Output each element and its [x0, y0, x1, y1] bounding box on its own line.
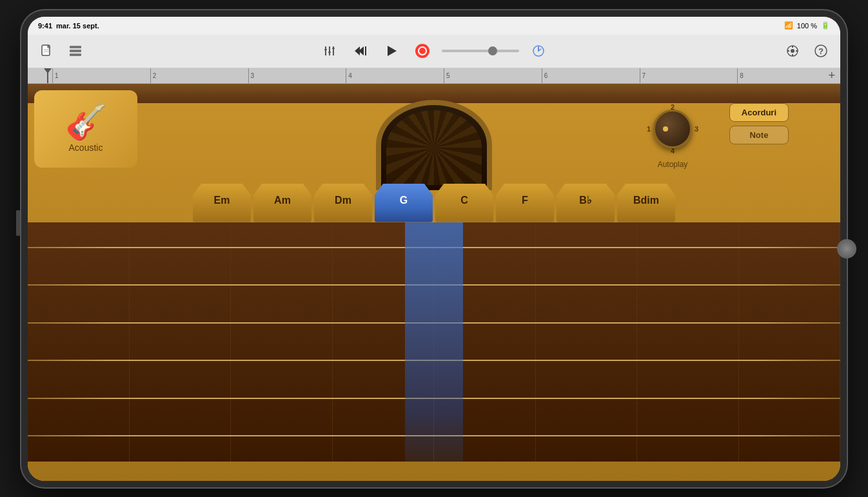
- record-icon: [415, 44, 429, 58]
- chord-g[interactable]: G: [375, 184, 433, 222]
- chord-c-label: C: [460, 195, 468, 211]
- ruler-mark-3: 3: [248, 68, 346, 83]
- transport-thumb[interactable]: [488, 46, 497, 55]
- knob-num-1: 1: [647, 125, 651, 133]
- rewind-button[interactable]: [349, 39, 372, 63]
- chord-highlight: [405, 222, 463, 462]
- fret-col-1: [28, 222, 130, 462]
- song-settings-button[interactable]: [781, 39, 804, 63]
- chords-row: Em Am Dm G C: [28, 184, 840, 222]
- timeline-content: 1 2 3 4 5 6 7 8: [33, 68, 835, 83]
- ruler-mark-2: 2: [150, 68, 248, 83]
- chord-am[interactable]: Am: [253, 184, 311, 222]
- mixer-button[interactable]: [318, 39, 341, 63]
- add-track-button[interactable]: +: [828, 69, 835, 83]
- fret-col-2: [130, 222, 232, 462]
- toolbar-right: ?: [781, 39, 833, 63]
- soundhole: [376, 100, 492, 190]
- svg-rect-14: [365, 46, 366, 55]
- svg-rect-10: [328, 52, 331, 53]
- fret-col-3: [231, 222, 333, 462]
- playhead: [47, 68, 48, 83]
- status-bar: 9:41 mar. 15 sept. 📶 100 % 🔋: [28, 17, 840, 35]
- toolbar: ?: [28, 35, 840, 68]
- tracks-view-button[interactable]: [64, 39, 87, 63]
- notes-mode-button[interactable]: Note: [729, 126, 789, 144]
- svg-text:?: ?: [818, 46, 824, 56]
- autoplay-label: Autoplay: [658, 160, 688, 169]
- chord-am-label: Am: [274, 195, 291, 211]
- timeline-ruler: 1 2 3 4 5 6 7 8 +: [28, 68, 840, 84]
- ipad-frame: 9:41 mar. 15 sept. 📶 100 % 🔋: [21, 10, 847, 487]
- chord-g-label: G: [400, 195, 408, 211]
- instrument-panel[interactable]: 🎸 Acoustic: [34, 90, 137, 168]
- chord-f[interactable]: F: [496, 184, 554, 222]
- autoplay-knob[interactable]: [653, 110, 692, 148]
- toolbar-left: [35, 39, 87, 63]
- knob-indicator: [663, 126, 668, 132]
- help-button[interactable]: ?: [809, 39, 833, 63]
- battery-icon: 🔋: [821, 21, 830, 30]
- status-time: 9:41: [38, 22, 52, 30]
- mode-buttons: Acorduri Note: [729, 103, 789, 144]
- chord-bdim[interactable]: Bdim: [617, 184, 675, 222]
- status-right: 📶 100 % 🔋: [784, 21, 830, 30]
- record-button[interactable]: [411, 39, 434, 63]
- ruler-mark-6: 6: [542, 68, 640, 83]
- chord-dm[interactable]: Dm: [314, 184, 372, 222]
- ruler-mark-5: 5: [444, 68, 542, 83]
- svg-rect-5: [70, 54, 81, 56]
- battery-label: 100 %: [797, 22, 817, 30]
- side-volume-button[interactable]: [16, 210, 20, 236]
- chord-bdim-label: Bdim: [633, 195, 659, 211]
- chord-bb[interactable]: B♭: [557, 184, 615, 222]
- svg-point-20: [791, 49, 794, 53]
- ruler-mark-7: 7: [640, 68, 738, 83]
- svg-rect-9: [324, 49, 327, 50]
- wifi-icon: 📶: [784, 21, 793, 30]
- ipad-screen: 9:41 mar. 15 sept. 📶 100 % 🔋: [28, 17, 840, 481]
- main-content: 🎸 Acoustic 2 3 4 1 NU: [28, 84, 840, 481]
- svg-rect-3: [70, 46, 81, 48]
- chord-f-label: F: [522, 195, 528, 211]
- fret-col-8: [739, 222, 841, 462]
- autoplay-knob-container: 2 3 4 1 NU: [647, 103, 698, 155]
- toolbar-center: [92, 39, 776, 63]
- autoplay-area: 2 3 4 1 NU Autoplay: [647, 103, 698, 169]
- metronome-button[interactable]: [527, 39, 550, 63]
- ruler-mark-1: 1: [52, 68, 150, 83]
- soundhole-area: [363, 97, 505, 193]
- status-date: mar. 15 sept.: [56, 22, 99, 30]
- chords-mode-button[interactable]: Acorduri: [729, 103, 789, 122]
- knob-num-3: 3: [695, 125, 698, 133]
- ruler-mark-8: 8: [737, 68, 835, 83]
- status-left: 9:41 mar. 15 sept.: [38, 22, 99, 30]
- transport-slider[interactable]: [442, 50, 519, 52]
- chord-dm-label: Dm: [335, 195, 351, 211]
- play-button[interactable]: [380, 39, 403, 63]
- svg-rect-11: [332, 48, 335, 49]
- new-song-button[interactable]: [35, 39, 59, 63]
- chord-em-label: Em: [214, 195, 230, 211]
- instrument-label: Acoustic: [69, 142, 103, 153]
- home-button[interactable]: [837, 239, 856, 258]
- svg-marker-13: [355, 46, 360, 55]
- svg-rect-4: [70, 50, 81, 52]
- svg-marker-15: [388, 46, 397, 56]
- guitar-icon: 🎸: [65, 105, 107, 139]
- chord-em[interactable]: Em: [193, 184, 251, 222]
- guitar-area: 🎸 Acoustic 2 3 4 1 NU: [28, 84, 840, 481]
- fret-col-6: [536, 222, 638, 462]
- chord-c[interactable]: C: [435, 184, 493, 222]
- chord-bb-label: B♭: [579, 194, 592, 211]
- ruler-mark-4: 4: [346, 68, 444, 83]
- fret-col-7: [637, 222, 739, 462]
